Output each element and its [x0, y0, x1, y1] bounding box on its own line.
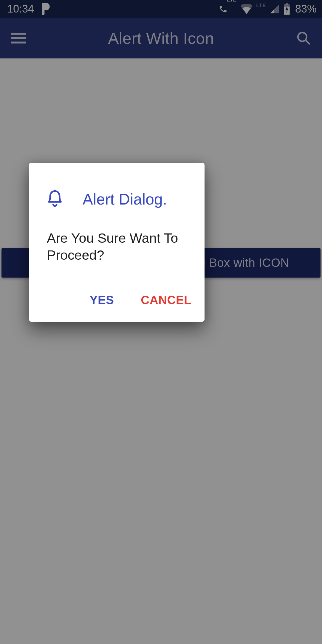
yes-button[interactable]: YES: [90, 293, 114, 307]
cancel-button[interactable]: CANCEL: [141, 293, 191, 307]
dialog-message: Are You Sure Want To Proceed?: [47, 230, 193, 264]
svg-point-8: [54, 190, 55, 191]
modal-scrim[interactable]: [0, 0, 322, 644]
bell-icon: [47, 190, 63, 209]
dialog-title: Alert Dialog.: [83, 190, 167, 208]
dialog-actions: YES CANCEL: [47, 293, 193, 307]
alert-dialog: Alert Dialog. Are You Sure Want To Proce…: [29, 163, 205, 322]
